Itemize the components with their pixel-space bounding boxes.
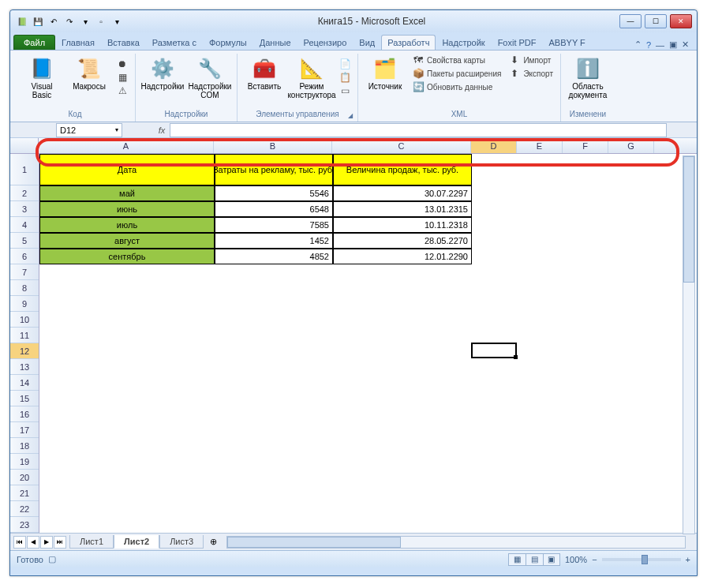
fx-icon[interactable]: fx: [154, 125, 170, 135]
row-header-1[interactable]: 1: [10, 154, 39, 185]
cell-C5[interactable]: 28.05.2270: [333, 233, 472, 249]
zoom-handle[interactable]: [642, 555, 648, 564]
sheet-tab-1[interactable]: Лист1: [69, 535, 114, 549]
cell-A6[interactable]: сентябрь: [39, 249, 215, 264]
cell-A2[interactable]: май: [39, 185, 215, 201]
row-header-22[interactable]: 22: [10, 501, 39, 517]
xml-export-button[interactable]: ⬆Экспорт: [507, 67, 556, 80]
inner-min-icon[interactable]: —: [656, 40, 664, 50]
col-header-E[interactable]: E: [517, 138, 563, 153]
row-header-12[interactable]: 12: [10, 343, 39, 359]
cell-A4[interactable]: июль: [39, 217, 215, 233]
inner-close-icon[interactable]: ✕: [682, 39, 689, 50]
col-header-B[interactable]: B: [214, 138, 332, 153]
redo-icon[interactable]: ↷: [62, 14, 77, 28]
tab-nav-first[interactable]: ⏮: [13, 536, 26, 549]
view-normal-button[interactable]: ▦: [508, 553, 526, 566]
qa-more-icon[interactable]: ▾: [78, 14, 92, 28]
visual-basic-button[interactable]: 📘Visual Basic: [20, 54, 64, 101]
cell-B1[interactable]: Затраты на рекламу, тыс. руб.: [215, 154, 333, 185]
v-scroll-thumb[interactable]: [683, 156, 694, 283]
row-header-3[interactable]: 3: [10, 201, 39, 217]
cell-C1[interactable]: Величина продаж, тыс. руб.: [333, 154, 472, 185]
view-pagebreak-button[interactable]: ▣: [543, 553, 560, 566]
cell-A3[interactable]: июнь: [39, 201, 215, 217]
tab-review[interactable]: Рецензиро: [297, 35, 354, 50]
cell-C3[interactable]: 13.01.2315: [333, 201, 472, 217]
col-header-F[interactable]: F: [563, 138, 608, 153]
macros-button[interactable]: 📜Макросы: [67, 54, 111, 101]
cell-B3[interactable]: 6548: [215, 201, 333, 217]
use-relative-refs-button[interactable]: ▦: [114, 71, 130, 84]
tab-view[interactable]: Вид: [353, 35, 381, 50]
record-macro-button[interactable]: ⏺: [114, 58, 130, 70]
row-header-17[interactable]: 17: [10, 422, 39, 438]
zoom-out-button[interactable]: −: [592, 555, 597, 564]
cell-B4[interactable]: 7585: [215, 217, 333, 233]
row-header-16[interactable]: 16: [10, 406, 39, 422]
maximize-button[interactable]: ☐: [645, 14, 667, 28]
tab-formulas[interactable]: Формулы: [203, 35, 253, 50]
tab-insert[interactable]: Вставка: [101, 35, 146, 50]
row-header-19[interactable]: 19: [10, 454, 39, 470]
help-icon[interactable]: ?: [646, 40, 651, 50]
cell-C2[interactable]: 30.07.2297: [333, 185, 472, 201]
qa-dropdown-icon[interactable]: ▾: [110, 14, 124, 28]
view-code-button[interactable]: 📋: [337, 71, 353, 84]
select-all-corner[interactable]: [10, 138, 39, 153]
macro-security-button[interactable]: ⚠: [114, 84, 130, 97]
undo-icon[interactable]: ↶: [47, 14, 61, 28]
zoom-level[interactable]: 100%: [565, 555, 587, 564]
row-header-21[interactable]: 21: [10, 485, 39, 501]
macro-record-indicator[interactable]: ▢: [48, 554, 56, 564]
tab-home[interactable]: Главная: [55, 35, 101, 50]
row-header-11[interactable]: 11: [10, 328, 39, 343]
qa-doc-icon[interactable]: ▫: [94, 14, 108, 28]
design-mode-button[interactable]: 📐Режим конструктора: [290, 54, 334, 101]
save-icon[interactable]: 💾: [31, 14, 45, 28]
com-addins-button[interactable]: 🔧Надстройки COM: [188, 54, 232, 101]
sheet-tab-3[interactable]: Лист3: [159, 535, 204, 549]
col-header-D[interactable]: D: [471, 138, 517, 153]
h-scroll-thumb[interactable]: [227, 537, 401, 548]
row-header-2[interactable]: 2: [10, 185, 39, 201]
row-header-6[interactable]: 6: [10, 249, 39, 264]
zoom-in-button[interactable]: +: [686, 555, 690, 564]
new-sheet-button[interactable]: ⊕: [204, 537, 223, 547]
tab-developer[interactable]: Разработч: [381, 35, 436, 50]
xml-import-button[interactable]: ⬇Импорт: [507, 54, 556, 66]
expansion-packs-button[interactable]: 📦Пакеты расширения: [410, 67, 503, 80]
row-header-8[interactable]: 8: [10, 280, 39, 296]
name-box[interactable]: D12▾: [56, 123, 122, 137]
tab-abbyy[interactable]: ABBYY F: [543, 35, 592, 50]
col-header-A[interactable]: A: [39, 138, 214, 153]
col-header-G[interactable]: G: [608, 138, 654, 153]
cell-A5[interactable]: август: [39, 233, 215, 249]
launcher-icon[interactable]: ◢: [348, 112, 353, 119]
row-header-18[interactable]: 18: [10, 438, 39, 454]
sheet-tab-2[interactable]: Лист2: [114, 535, 159, 549]
xml-source-button[interactable]: 🗂️Источник: [363, 54, 407, 93]
ribbon-min-icon[interactable]: ⌃: [634, 39, 642, 50]
addins-button[interactable]: ⚙️Надстройки: [140, 54, 185, 101]
cell-A1[interactable]: Дата: [39, 154, 215, 185]
zoom-slider[interactable]: [602, 558, 681, 561]
row-header-13[interactable]: 13: [10, 359, 39, 375]
tab-foxit[interactable]: Foxit PDF: [492, 35, 543, 50]
vertical-scrollbar[interactable]: [683, 155, 695, 534]
map-properties-button[interactable]: 🗺Свойства карты: [410, 54, 503, 66]
cell-B5[interactable]: 1452: [215, 233, 333, 249]
close-button[interactable]: ✕: [670, 14, 692, 28]
tab-layout[interactable]: Разметка с: [146, 35, 203, 50]
row-header-23[interactable]: 23: [10, 517, 39, 533]
row-header-15[interactable]: 15: [10, 391, 39, 406]
cell-C6[interactable]: 12.01.2290: [333, 249, 472, 264]
tab-file[interactable]: Файл: [13, 35, 55, 50]
tab-nav-next[interactable]: ▶: [40, 536, 53, 549]
tab-nav-last[interactable]: ⏭: [54, 536, 66, 549]
tab-nav-prev[interactable]: ◀: [27, 536, 39, 549]
document-area-button[interactable]: ℹ️Область документа: [566, 54, 610, 101]
row-header-10[interactable]: 10: [10, 312, 39, 328]
row-header-9[interactable]: 9: [10, 296, 39, 312]
row-header-20[interactable]: 20: [10, 470, 39, 485]
